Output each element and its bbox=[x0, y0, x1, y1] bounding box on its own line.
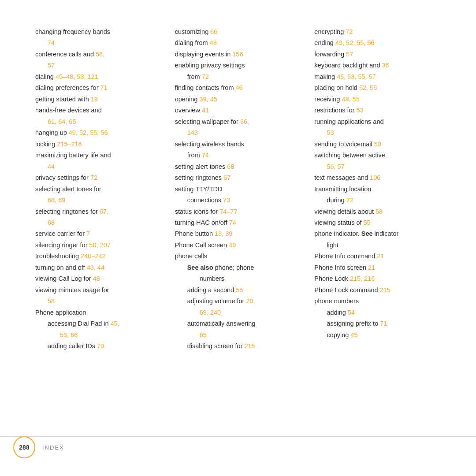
list-item: 74 bbox=[35, 37, 162, 48]
list-item: changing frequency bands bbox=[35, 26, 162, 37]
list-item: phone indicator. See indicator bbox=[314, 228, 441, 238]
column-2: customizing 66 dialing from 48 displayin… bbox=[175, 26, 315, 352]
list-item: 57 bbox=[35, 60, 162, 70]
list-item: running applications and bbox=[314, 116, 441, 126]
list-item: switching between active bbox=[314, 150, 441, 160]
list-item: selecting wireless bands bbox=[175, 139, 301, 149]
list-item: setting ringtones 67 bbox=[175, 172, 301, 182]
list-item: Phone button 13, 39 bbox=[175, 228, 301, 238]
list-item: Phone Call screen 49 bbox=[175, 240, 301, 250]
page-number: 288 bbox=[13, 436, 35, 458]
list-item: from 74 bbox=[175, 150, 301, 160]
list-item: placing on hold 52, 55 bbox=[314, 82, 441, 93]
list-item: setting TTY/TDD bbox=[175, 184, 301, 194]
list-item: See also phone; phone bbox=[175, 262, 301, 272]
list-item: 44 bbox=[35, 161, 162, 171]
content-area: changing frequency bands 74 conference c… bbox=[35, 26, 441, 352]
list-item: opening 39, 45 bbox=[175, 94, 301, 104]
list-item: 69, 240 bbox=[175, 307, 301, 317]
list-item: locking 215–216 bbox=[35, 139, 162, 149]
list-item: text messages and 106 bbox=[314, 172, 441, 182]
list-item: viewing status of 55 bbox=[314, 217, 441, 227]
list-item: forwarding 57 bbox=[314, 49, 441, 59]
list-item: adding a second 55 bbox=[175, 285, 301, 295]
list-item: transmitting location bbox=[314, 184, 441, 194]
list-item: hanging up 49, 52, 55, 56 bbox=[35, 127, 162, 138]
list-item: turning HAC on/off 74 bbox=[175, 217, 301, 227]
list-item: 65 bbox=[175, 330, 301, 340]
list-item: 58 bbox=[35, 296, 162, 306]
list-item: 53, 66 bbox=[35, 330, 162, 340]
list-item: status icons for 74–77 bbox=[175, 206, 301, 216]
list-item: 56, 57 bbox=[314, 161, 441, 171]
list-item: finding contacts from 46 bbox=[175, 82, 301, 93]
list-item: getting started with 19 bbox=[35, 94, 162, 104]
list-item: copying 45 bbox=[314, 330, 441, 340]
list-item: adding caller IDs 70 bbox=[35, 341, 162, 351]
list-item: Phone application bbox=[35, 307, 162, 317]
list-item: automatically answering bbox=[175, 318, 301, 328]
list-item: Phone Info command 21 bbox=[314, 251, 441, 261]
list-item: selecting ringtones for 67, bbox=[35, 206, 162, 216]
footer-label: INDEX bbox=[42, 444, 64, 451]
list-item: assigning prefix to 71 bbox=[314, 318, 441, 328]
footer: 288 INDEX bbox=[0, 436, 476, 458]
list-item: from 72 bbox=[175, 71, 301, 82]
list-item: maximizing battery life and bbox=[35, 150, 162, 160]
list-item: keyboard backlight and 36 bbox=[314, 60, 441, 70]
list-item: viewing Call Log for 48 bbox=[35, 273, 162, 283]
list-item: encrypting 72 bbox=[314, 26, 441, 37]
list-item: disabling screen for 215 bbox=[175, 341, 301, 351]
list-item: privacy settings for 72 bbox=[35, 172, 162, 182]
list-item: making 45, 53, 55, 57 bbox=[314, 71, 441, 82]
list-item: dialing from 48 bbox=[175, 37, 301, 48]
list-item: silencing ringer for 50, 207 bbox=[35, 240, 162, 250]
list-item: connections 73 bbox=[175, 195, 301, 205]
list-item: 68 bbox=[35, 217, 162, 227]
column-1: changing frequency bands 74 conference c… bbox=[35, 26, 175, 352]
list-item: during 72 bbox=[314, 195, 441, 205]
list-item: dialing 45–48, 53, 121 bbox=[35, 71, 162, 82]
list-item: adding 54 bbox=[314, 307, 441, 317]
list-item: accessing Dial Pad in 45, bbox=[35, 318, 162, 328]
list-item: setting alert tones 68 bbox=[175, 161, 301, 171]
phone-info-screen: Phone Info screen 21 bbox=[314, 262, 441, 272]
list-item: numbers bbox=[175, 273, 301, 283]
list-item: customizing 66 bbox=[175, 26, 301, 37]
list-item: service carrier for 7 bbox=[35, 228, 162, 238]
list-item: viewing details about 58 bbox=[314, 206, 441, 216]
list-item: receiving 49, 55 bbox=[314, 94, 441, 104]
list-item: viewing minutes usage for bbox=[35, 285, 162, 295]
list-item: ending 49, 52, 55, 56 bbox=[314, 37, 441, 48]
list-item: 143 bbox=[175, 127, 301, 138]
list-item: conference calls and 56, bbox=[35, 49, 162, 59]
list-item: troubleshooting 240–242 bbox=[35, 251, 162, 261]
list-item: phone calls bbox=[175, 251, 301, 261]
column-3: encrypting 72 ending 49, 52, 55, 56 forw… bbox=[314, 26, 441, 352]
list-item: Phone Lock 215, 216 bbox=[314, 273, 441, 283]
list-item: sending to voicemail 50 bbox=[314, 139, 441, 149]
list-item: 68, 69 bbox=[35, 195, 162, 205]
list-item: phone numbers bbox=[314, 296, 441, 306]
list-item: 61, 64, 65 bbox=[35, 116, 162, 126]
list-item: dialing preferences for 71 bbox=[35, 82, 162, 93]
list-item: 53 bbox=[314, 127, 441, 138]
list-item: turning on and off 43, 44 bbox=[35, 262, 162, 272]
list-item: displaying events in 156 bbox=[175, 49, 301, 59]
list-item: hands-free devices and bbox=[35, 105, 162, 115]
page: changing frequency bands 74 conference c… bbox=[0, 0, 476, 476]
list-item: selecting alert tones for bbox=[35, 184, 162, 194]
list-item: adjusting volume for 20, bbox=[175, 296, 301, 306]
list-item: selecting wallpaper for 66, bbox=[175, 116, 301, 126]
list-item: light bbox=[314, 240, 441, 250]
list-item: enabling privacy settings bbox=[175, 60, 301, 70]
list-item: Phone Lock command 215 bbox=[314, 285, 441, 295]
list-item: overview 41 bbox=[175, 105, 301, 115]
list-item: restrictions for 53 bbox=[314, 105, 441, 115]
